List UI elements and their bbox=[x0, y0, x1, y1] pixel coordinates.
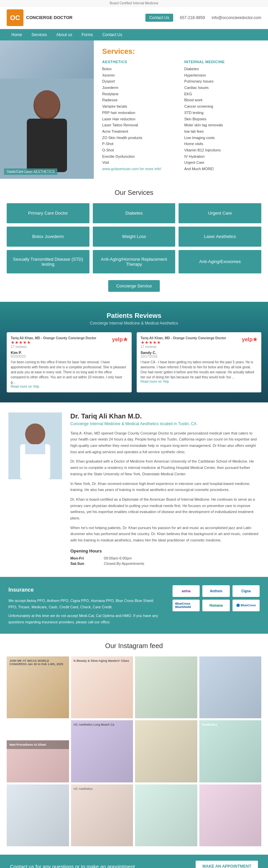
ig-item-7[interactable] bbox=[135, 720, 197, 782]
hero-svg bbox=[0, 79, 94, 179]
nav-services[interactable]: Services bbox=[27, 29, 52, 40]
internal-item: Mole/ skin tag removals bbox=[184, 122, 260, 128]
service-card-hormone[interactable]: Anti-Aging/Hormone Replacement Therapy bbox=[93, 250, 176, 273]
hours-row-weekdays: Mon-Fri 09:00am-6:00pm bbox=[70, 556, 260, 560]
internal-item: Home visits bbox=[184, 141, 260, 147]
nav-forms[interactable]: Forms bbox=[77, 29, 98, 40]
ig-placeholder-7 bbox=[135, 720, 197, 782]
doctor-svg bbox=[8, 412, 62, 479]
anthem-text: Anthem bbox=[210, 589, 222, 593]
ig-placeholder-4 bbox=[199, 656, 262, 719]
header: OC CONCIERGE DOCTOR Contact Us 657-218-9… bbox=[0, 7, 268, 29]
email-address: info@occoncieredoctor.com bbox=[212, 16, 261, 20]
insurance-text: Insurance We accept Aetna PPO, Anthem PP… bbox=[8, 585, 162, 625]
hero-label-text: GasticCare Laser AESTHETICS bbox=[7, 170, 55, 174]
svg-point-6 bbox=[25, 424, 45, 445]
aetna-text: aetna bbox=[182, 589, 191, 593]
review-source-2: Tariq Ali Khan, MD - Orange County Conci… bbox=[141, 336, 226, 349]
hours-time-mon: 09:00am-6:00pm bbox=[104, 556, 132, 560]
service-card-diabetes[interactable]: Diabetes bbox=[93, 203, 176, 223]
aesthetics-item: Restylane bbox=[102, 91, 178, 97]
service-card-std[interactable]: Sexually Transmitted Disease (STD) testi… bbox=[7, 250, 89, 273]
review-count-2: 17 reviews bbox=[141, 345, 226, 349]
internal-item: EKG bbox=[184, 91, 260, 97]
bcbs-text: BlueCross BlueShield bbox=[175, 602, 197, 609]
services-title: Services: bbox=[102, 47, 260, 56]
service-card-exosomes[interactable]: Anti-Aging/Exosomes bbox=[179, 250, 261, 273]
read-more-1[interactable]: Read more on Yelp bbox=[11, 385, 128, 389]
hours-row-weekend: Sat-Sun Closed-By Appointments bbox=[70, 561, 260, 565]
review-stars-2: ★★★★★ bbox=[141, 340, 226, 345]
main-nav: Home Services About us Forms Contact Us bbox=[0, 29, 268, 40]
svg-rect-3 bbox=[27, 119, 67, 172]
aesthetics-item: P-Shot bbox=[102, 141, 178, 147]
doctor-name: Dr. Tariq Ali Khan M.D. bbox=[70, 412, 260, 420]
reviews-section: Patients Reviews Concierge Internal Medi… bbox=[0, 302, 268, 402]
doctor-content: Dr. Tariq Ali Khan M.D. Concierge Intern… bbox=[70, 412, 260, 567]
logo-icon: OC bbox=[7, 9, 23, 26]
read-more-2[interactable]: Read more on Yelp bbox=[141, 380, 258, 383]
cigna-text: Cigna bbox=[241, 589, 250, 593]
cigna-logo: Cigna bbox=[233, 585, 260, 597]
ig-item-11[interactable] bbox=[135, 784, 197, 847]
doctor-bio-4: Dr. Khan is board-certified as a Diploma… bbox=[70, 496, 260, 521]
ig-placeholder-9 bbox=[7, 784, 69, 847]
ig-item-8[interactable]: Aesthetics bbox=[199, 720, 262, 782]
hours-time-sat: Closed-By Appointments bbox=[104, 561, 144, 565]
our-services-title: Our Services bbox=[7, 189, 261, 196]
ig-placeholder-10: OC Aesthetics bbox=[71, 784, 133, 847]
reviewer-name-2: Sandy C. bbox=[141, 351, 258, 354]
hero-placeholder bbox=[0, 40, 94, 179]
reviewer-name-1: Kim P. bbox=[11, 351, 128, 354]
ig-item-9[interactable] bbox=[7, 784, 69, 847]
service-card-urgent-care[interactable]: Urgent Care bbox=[179, 203, 261, 223]
ig-item-1[interactable]: JOIN ME AT IMCAS WORLD CONGRESS Jan 30 t… bbox=[7, 656, 69, 719]
contact-us-button[interactable]: Contact Us bbox=[145, 14, 173, 22]
nav-about[interactable]: About us bbox=[52, 29, 77, 40]
doctor-bio-3: In New York, Dr. Khan received extensive… bbox=[70, 480, 260, 493]
ig-placeholder-11 bbox=[135, 784, 197, 847]
ig-item-5[interactable]: New Procedures At Glow! bbox=[7, 720, 69, 782]
internal-item: Urgent Care bbox=[184, 159, 260, 166]
aesthetics-item: O-Shot bbox=[102, 147, 178, 153]
service-card-botox[interactable]: Botox Juvederm bbox=[7, 227, 89, 247]
review-card-2: Tariq Ali Khan, MD - Orange County Conci… bbox=[137, 332, 262, 393]
internal-item: STD testing bbox=[184, 110, 260, 116]
internal-item: Hypertension bbox=[184, 72, 260, 79]
ig-item-6[interactable]: OC Aesthetics Long Beach Ca bbox=[71, 720, 133, 782]
doctor-image bbox=[8, 412, 62, 567]
concierge-service-button[interactable]: Concierge Service bbox=[108, 280, 160, 292]
ig-placeholder-8: Aesthetics bbox=[199, 720, 262, 782]
humana-text: Humana bbox=[209, 603, 222, 607]
doctor-bio-5: When he's not helping patients, Dr. Khan… bbox=[70, 525, 260, 544]
doctor-section: Dr. Tariq Ali Khan M.D. Concierge Intern… bbox=[0, 402, 268, 577]
ig-item-4[interactable] bbox=[199, 656, 262, 719]
aesthetics-item: Erectile Dysfunction bbox=[102, 153, 178, 160]
services-content: Services: AESTHETICS Botox Xeomin Dyspor… bbox=[94, 40, 268, 179]
aesthetics-item: PRP hair restoration bbox=[102, 110, 178, 116]
services-grid: Primary Care Doctor Diabetes Urgent Care… bbox=[7, 203, 261, 273]
internal-item: low lab fees bbox=[184, 128, 260, 135]
service-card-laser[interactable]: Laser Aesthetics bbox=[179, 227, 261, 247]
ig-item-3[interactable] bbox=[135, 656, 197, 719]
service-card-primary-care[interactable]: Primary Care Doctor bbox=[7, 203, 89, 223]
ig-placeholder-6: OC Aesthetics Long Beach Ca bbox=[71, 720, 133, 782]
nav-home[interactable]: Home bbox=[7, 29, 27, 40]
internal-heading: INTERNAL MEDICINE bbox=[184, 60, 260, 64]
internal-list: Diabetes Hypertension Pulmonary Issues C… bbox=[184, 66, 260, 172]
review-date-1: 5/20/2020 bbox=[11, 354, 128, 358]
aesthetics-item: Juvederm bbox=[102, 85, 178, 91]
nav-contact[interactable]: Contact Us bbox=[98, 29, 127, 40]
make-appointment-button[interactable]: MAKE AN APPOINTMENT bbox=[196, 861, 258, 868]
logo-name: CONCIERGE DOCTOR bbox=[26, 15, 72, 20]
ig-item-12[interactable] bbox=[199, 784, 262, 847]
review-source-text-1: Tariq Ali Khan, MD - Orange County Conci… bbox=[11, 336, 97, 340]
ig-item-2[interactable]: K-Beauty & Slow-Aging Masters' Class bbox=[71, 656, 133, 719]
service-card-weight-loss[interactable]: Weight Loss bbox=[93, 227, 176, 247]
aesthetics-item: Acne Treatment bbox=[102, 128, 178, 135]
aesthetics-item: Laser Hair reduction bbox=[102, 116, 178, 122]
united-logo: 🔵 BlueCross bbox=[233, 599, 260, 611]
humana-logo: Humana bbox=[202, 599, 230, 611]
ig-placeholder-12 bbox=[199, 784, 262, 847]
ig-item-10[interactable]: OC Aesthetics bbox=[71, 784, 133, 847]
